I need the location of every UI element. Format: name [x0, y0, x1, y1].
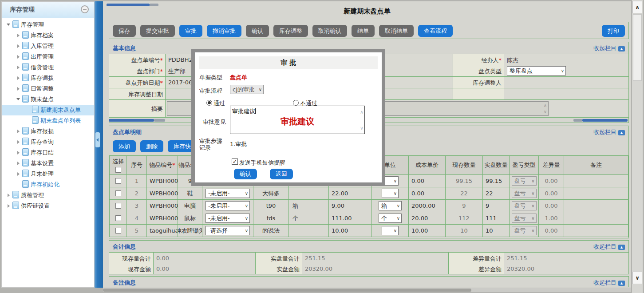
basic-scrollbar-end-right[interactable] — [573, 119, 582, 122]
pl-type-select[interactable]: 盘亏∨ — [512, 189, 537, 198]
sidebar-item[interactable]: 出库管理 — [2, 51, 94, 62]
collapse-section-link[interactable]: 收起栏目▲ — [593, 243, 625, 251]
collapse-section-icon[interactable]: ▲ — [618, 245, 625, 250]
collapse-section-icon[interactable]: ▲ — [618, 281, 625, 286]
scroll-down-icon[interactable]: ∨ — [632, 272, 642, 284]
sidebar-item[interactable]: 新建期末盘点单 — [2, 105, 94, 115]
top-scrollbar-end[interactable] — [150, 4, 158, 6]
toolbar-button[interactable]: 提交审批 — [140, 25, 175, 37]
sidebar-item[interactable]: 库存档案 — [2, 30, 94, 41]
top-scrollbar-thumb[interactable] — [107, 4, 150, 6]
form-value-text: 陈杰 — [507, 57, 518, 63]
row-checkbox[interactable] — [115, 178, 121, 184]
collapse-arrow-icon[interactable] — [15, 94, 21, 105]
flow-select[interactable]: cj的审批∨ — [230, 85, 264, 94]
toolbar-button[interactable]: 保存 — [113, 25, 136, 37]
pl-type-select[interactable]: 盘亏∨ — [512, 201, 537, 210]
unit-select[interactable]: ∨ — [382, 226, 399, 235]
toolbar-button[interactable]: 撤消审批 — [207, 25, 241, 37]
expand-arrow-icon[interactable] — [15, 137, 21, 147]
sidebar-item[interactable]: 库存管理 — [2, 20, 94, 30]
batch-select[interactable]: -未启用-∨ — [205, 201, 250, 210]
toolbar-button[interactable]: 确认 — [246, 25, 269, 37]
sidebar-item[interactable]: 库存调拨 — [2, 73, 94, 83]
row-checkbox[interactable] — [115, 215, 121, 221]
toolbar-button[interactable]: 查看流程 — [418, 25, 453, 37]
collapse-section-link[interactable]: 收起栏目▲ — [593, 44, 625, 52]
fail-radio[interactable] — [293, 100, 299, 106]
sidebar-item[interactable]: 借货管理 — [2, 62, 94, 73]
expand-arrow-icon[interactable] — [15, 169, 21, 179]
expand-arrow-icon[interactable] — [15, 83, 21, 94]
toolbar-button[interactable]: 审批 — [179, 25, 202, 37]
sidebar-item[interactable]: 期末盘点单列表 — [2, 115, 94, 126]
sidebar-item[interactable]: 入库管理 — [2, 41, 94, 51]
horizontal-scrollbar[interactable] — [103, 288, 631, 292]
sidebar-item[interactable]: 日常调整 — [2, 83, 94, 94]
pl-type-select[interactable]: 盘亏∨ — [512, 176, 537, 186]
collapse-section-icon[interactable]: ▲ — [618, 46, 625, 51]
collapse-section-link[interactable]: 收起栏目▲ — [593, 279, 625, 287]
sidebar-item[interactable]: 库存报损 — [2, 126, 94, 137]
expand-arrow-icon[interactable] — [15, 158, 21, 169]
expand-arrow-icon[interactable] — [15, 51, 21, 62]
expand-arrow-icon[interactable] — [15, 62, 21, 73]
pass-radio[interactable] — [206, 100, 212, 106]
back-button[interactable]: 返回 — [270, 169, 293, 179]
toolbar-button[interactable]: 取消结单 — [379, 25, 414, 37]
basic-scrollbar-thumb-left[interactable] — [109, 119, 154, 122]
detail-button[interactable]: 添加 — [113, 140, 136, 152]
expand-arrow-icon[interactable] — [15, 73, 21, 83]
batch-select[interactable]: -未启用-∨ — [205, 214, 250, 223]
batch-select[interactable]: -未启用-∨ — [205, 189, 250, 198]
print-button[interactable]: 打印 — [602, 25, 625, 37]
basic-scrollbar-end-left[interactable] — [154, 119, 165, 122]
basic-scrollbar-thumb-right[interactable] — [582, 119, 628, 122]
toolbar-button[interactable]: 取消确认 — [312, 25, 347, 37]
vertical-scrollbar-thumb[interactable] — [633, 14, 642, 81]
unit-select[interactable]: 箱∨ — [379, 201, 402, 210]
pl-type-select[interactable]: 盘亏∨ — [512, 214, 537, 223]
unit-select[interactable]: 个∨ — [379, 214, 402, 223]
sidebar-item[interactable]: 库存初始化 — [2, 179, 94, 190]
collapse-sidebar-icon[interactable] — [81, 5, 89, 13]
unit-select[interactable]: ∨ — [382, 189, 399, 198]
scroll-up-icon[interactable]: ∧ — [360, 110, 363, 115]
sidebar-item[interactable]: 基本设置 — [2, 158, 94, 169]
collapse-arrow-icon[interactable] — [5, 20, 12, 30]
sidebar-item[interactable]: 供应链设置 — [2, 201, 94, 211]
horizontal-scrollbar-thumb[interactable] — [103, 289, 471, 292]
expand-arrow-icon[interactable] — [15, 30, 21, 41]
sms-checkbox[interactable]: ✓ — [232, 158, 238, 165]
scroll-up-icon[interactable]: ∧ — [632, 1, 642, 13]
row-checkbox[interactable] — [115, 190, 121, 196]
opinion-textarea[interactable]: 审批建议 审批建议 ∧ ∨ — [230, 106, 365, 134]
scroll-up-icon[interactable]: ∧ — [544, 103, 547, 108]
collapse-section-link[interactable]: 收起栏目▲ — [593, 128, 625, 136]
expand-arrow-icon[interactable] — [5, 201, 12, 211]
batch-select[interactable]: -请选择-∨ — [205, 226, 250, 235]
expand-arrow-icon[interactable] — [15, 41, 21, 51]
sidebar-item[interactable]: 库存日结 — [2, 147, 94, 158]
scroll-down-icon[interactable]: ∨ — [360, 126, 363, 131]
row-checkbox[interactable] — [115, 203, 121, 209]
sidebar-item[interactable]: 库存查询 — [2, 137, 94, 147]
confirm-button[interactable]: 确认 — [234, 169, 257, 179]
sidebar-item[interactable]: 期末盘点 — [2, 94, 94, 105]
detail-button[interactable]: 删除 — [140, 140, 163, 152]
sidebar-item[interactable]: 质检管理 — [2, 190, 94, 201]
toolbar-button[interactable]: 结单 — [352, 25, 375, 37]
expand-arrow-icon[interactable] — [15, 147, 21, 158]
sidebar-item[interactable]: 月末处理 — [2, 169, 94, 179]
sidebar-collapse-tab[interactable] — [95, 132, 100, 147]
expand-arrow-icon[interactable] — [5, 190, 12, 201]
toolbar-button[interactable]: 库存调整 — [273, 25, 308, 37]
inventory-type-select[interactable]: 整库盘点∨ — [507, 66, 566, 75]
scroll-down-icon[interactable]: ∨ — [544, 110, 547, 114]
select-all-checkbox[interactable] — [115, 167, 121, 173]
expand-arrow-icon[interactable] — [15, 126, 21, 137]
vertical-scrollbar[interactable]: ∧ ∨ — [632, 0, 643, 293]
pl-type-select[interactable]: 盘亏∨ — [512, 226, 537, 235]
row-checkbox[interactable] — [115, 228, 121, 234]
collapse-section-icon[interactable]: ▲ — [618, 130, 625, 135]
